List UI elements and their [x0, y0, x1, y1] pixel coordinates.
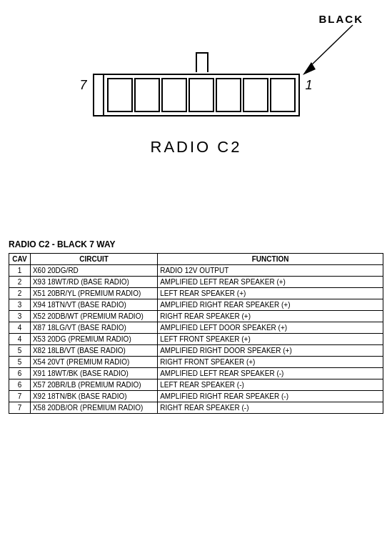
- cell-circuit: X53 20DG (PREMIUM RADIO): [30, 334, 157, 345]
- table-row: 5X54 20VT (PREMIUM RADIO)RIGHT FRONT SPE…: [9, 357, 383, 368]
- cell-circuit: X87 18LG/VT (BASE RADIO): [30, 322, 157, 334]
- cell-circuit: X91 18WT/BK (BASE RADIO): [30, 368, 157, 379]
- table-row: 3X94 18TN/VT (BASE RADIO)AMPLIFIED RIGHT…: [9, 299, 383, 311]
- pin-number-right: 1: [306, 78, 313, 93]
- cell-circuit: X82 18LB/VT (BASE RADIO): [30, 345, 157, 357]
- pin-slot-6: [243, 78, 268, 112]
- connector-wrap: 7: [7, 54, 385, 116]
- pin-slot-3: [161, 78, 187, 112]
- cell-circuit: X54 20VT (PREMIUM RADIO): [30, 357, 157, 368]
- cell-cav: 4: [9, 334, 31, 345]
- cell-cav: 6: [9, 368, 31, 379]
- cell-function: AMPLIFIED RIGHT REAR SPEAKER (-): [158, 391, 383, 402]
- cell-cav: 6: [9, 379, 31, 391]
- connector-left-tab: [93, 74, 103, 116]
- cell-function: AMPLIFIED LEFT REAR SPEAKER (-): [158, 368, 383, 379]
- cell-circuit: X60 20DG/RD: [30, 265, 157, 277]
- cell-cav: 2: [9, 277, 31, 288]
- cell-cav: 5: [9, 345, 31, 357]
- pin-slot-1: [107, 78, 133, 112]
- cell-function: AMPLIFIED RIGHT REAR SPEAKER (+): [158, 299, 383, 311]
- table-row: 4X53 20DG (PREMIUM RADIO)LEFT FRONT SPEA…: [9, 334, 383, 345]
- cell-circuit: X92 18TN/BK (BASE RADIO): [30, 391, 157, 402]
- cell-function: AMPLIFIED RIGHT DOOR SPEAKER (+): [158, 345, 383, 357]
- col-header-circuit: CIRCUIT: [30, 254, 157, 265]
- cell-function: RIGHT REAR SPEAKER (+): [158, 311, 383, 322]
- cell-function: LEFT REAR SPEAKER (-): [158, 379, 383, 391]
- cell-circuit: X94 18TN/VT (BASE RADIO): [30, 299, 157, 311]
- cell-function: LEFT FRONT SPEAKER (+): [158, 334, 383, 345]
- connector-body: [93, 54, 300, 116]
- table-row: 7X58 20DB/OR (PREMIUM RADIO)RIGHT REAR S…: [9, 402, 383, 414]
- pin-slot-7: [270, 78, 296, 112]
- cell-cav: 1: [9, 265, 31, 277]
- col-header-function: FUNCTION: [158, 254, 383, 265]
- table-row: 6X91 18WT/BK (BASE RADIO)AMPLIFIED LEFT …: [9, 368, 383, 379]
- connector-table: CAV CIRCUIT FUNCTION 1X60 20DG/RDRADIO 1…: [9, 253, 383, 414]
- table-section: RADIO C2 - BLACK 7 WAY CAV CIRCUIT FUNCT…: [7, 239, 385, 414]
- cell-cav: 5: [9, 357, 31, 368]
- col-header-cav: CAV: [9, 254, 31, 265]
- table-body: 1X60 20DG/RDRADIO 12V OUTPUT2X93 18WT/RD…: [9, 265, 383, 414]
- table-header-row: CAV CIRCUIT FUNCTION: [9, 254, 383, 265]
- diagram-area: BLACK 7: [7, 7, 385, 229]
- cell-circuit: X93 18WT/RD (BASE RADIO): [30, 277, 157, 288]
- connector-stub: [196, 52, 208, 72]
- cell-function: AMPLIFIED LEFT DOOR SPEAKER (+): [158, 322, 383, 334]
- table-row: 2X93 18WT/RD (BASE RADIO)AMPLIFIED LEFT …: [9, 277, 383, 288]
- cell-cav: 3: [9, 311, 31, 322]
- cell-circuit: X51 20BR/YL (PREMIUM RADIO): [30, 288, 157, 299]
- cell-cav: 7: [9, 391, 31, 402]
- pin-slot-2: [134, 78, 160, 112]
- cell-function: RADIO 12V OUTPUT: [158, 265, 383, 277]
- table-row: 3X52 20DB/WT (PREMIUM RADIO)RIGHT REAR S…: [9, 311, 383, 322]
- cell-circuit: X58 20DB/OR (PREMIUM RADIO): [30, 402, 157, 414]
- table-row: 2X51 20BR/YL (PREMIUM RADIO)LEFT REAR SP…: [9, 288, 383, 299]
- cell-cav: 2: [9, 288, 31, 299]
- table-row: 7X92 18TN/BK (BASE RADIO)AMPLIFIED RIGHT…: [9, 391, 383, 402]
- page: BLACK 7: [0, 0, 392, 536]
- table-title: RADIO C2 - BLACK 7 WAY: [9, 239, 383, 249]
- cell-function: AMPLIFIED LEFT REAR SPEAKER (+): [158, 277, 383, 288]
- table-row: 4X87 18LG/VT (BASE RADIO)AMPLIFIED LEFT …: [9, 322, 383, 334]
- table-row: 6X57 20BR/LB (PREMIUM RADIO)LEFT REAR SP…: [9, 379, 383, 391]
- cell-cav: 4: [9, 322, 31, 334]
- pin-slot-4: [189, 78, 214, 112]
- table-row: 1X60 20DG/RDRADIO 12V OUTPUT: [9, 265, 383, 277]
- cell-cav: 3: [9, 299, 31, 311]
- pin-number-left: 7: [79, 78, 86, 93]
- cell-circuit: X57 20BR/LB (PREMIUM RADIO): [30, 379, 157, 391]
- radio-c2-label: RADIO C2: [151, 138, 242, 157]
- cell-function: LEFT REAR SPEAKER (+): [158, 288, 383, 299]
- pin-slot-5: [216, 78, 241, 112]
- cell-function: RIGHT FRONT SPEAKER (+): [158, 357, 383, 368]
- cell-function: RIGHT REAR SPEAKER (-): [158, 402, 383, 414]
- connector-pins: [103, 74, 300, 116]
- cell-circuit: X52 20DB/WT (PREMIUM RADIO): [30, 311, 157, 322]
- table-row: 5X82 18LB/VT (BASE RADIO)AMPLIFIED RIGHT…: [9, 345, 383, 357]
- cell-cav: 7: [9, 402, 31, 414]
